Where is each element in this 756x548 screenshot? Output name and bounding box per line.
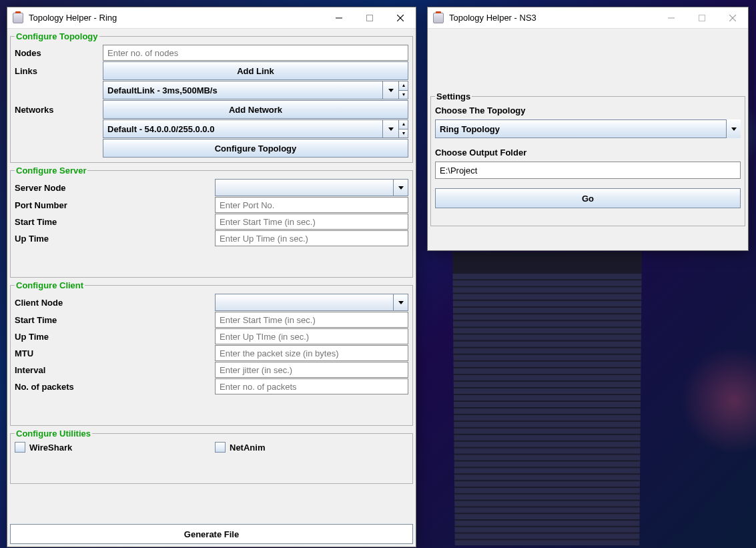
server-node-combo[interactable] bbox=[215, 179, 408, 196]
client-node-dropdown-button[interactable] bbox=[394, 294, 408, 311]
label-interval: Interval bbox=[15, 365, 215, 375]
link-selector[interactable]: DefaultLink - 3ms,500MB/s ▴▾ bbox=[103, 81, 408, 99]
titlebar-ns3[interactable]: Topology Helper - NS3 bbox=[428, 7, 748, 29]
network-dropdown-button[interactable] bbox=[383, 119, 399, 138]
minimize-button[interactable] bbox=[656, 8, 687, 28]
group-configure-topology: Configure Topology Nodes Links Add Link … bbox=[10, 31, 413, 163]
close-button[interactable] bbox=[385, 8, 416, 28]
client-up-input[interactable] bbox=[215, 328, 408, 344]
topology-select-wrap[interactable]: Ring Topology bbox=[435, 119, 741, 138]
group-configure-server: Configure Server Server Node Port Number… bbox=[10, 166, 413, 278]
topology-select[interactable]: Ring Topology bbox=[435, 119, 741, 138]
network-spinner-arrows[interactable]: ▴▾ bbox=[399, 119, 408, 138]
add-network-button[interactable]: Add Network bbox=[103, 100, 408, 119]
chevron-down-icon bbox=[388, 127, 394, 131]
configure-topology-button[interactable]: Configure Topology bbox=[103, 139, 408, 158]
label-server-node: Server Node bbox=[15, 183, 215, 193]
window-title: Topology Helper - NS3 bbox=[449, 13, 536, 23]
label-links: Links bbox=[15, 66, 103, 76]
label-mtu: MTU bbox=[15, 348, 215, 358]
legend-settings: Settings bbox=[435, 91, 472, 101]
window-title: Topology Helper - Ring bbox=[29, 13, 117, 23]
label-nodes: Nodes bbox=[15, 48, 103, 58]
link-selector-value: DefaultLink - 3ms,500MB/s bbox=[103, 81, 383, 99]
titlebar-ring[interactable]: Topology Helper - Ring bbox=[7, 7, 416, 29]
label-server-up: Up Time bbox=[15, 234, 215, 244]
maximize-button[interactable] bbox=[354, 8, 385, 28]
netanim-checkbox-row[interactable]: NetAnim bbox=[215, 442, 408, 453]
legend-client: Configure Client bbox=[15, 280, 85, 290]
client-start-input[interactable] bbox=[215, 312, 408, 328]
legend-server: Configure Server bbox=[15, 166, 87, 176]
label-server-start: Start Time bbox=[15, 217, 215, 227]
add-link-button[interactable]: Add Link bbox=[103, 61, 408, 80]
mtu-input[interactable] bbox=[215, 345, 408, 361]
link-dropdown-button[interactable] bbox=[383, 81, 399, 99]
port-input[interactable] bbox=[215, 197, 408, 213]
label-choose-topology: Choose The Topology bbox=[435, 105, 741, 115]
packets-input[interactable] bbox=[215, 378, 408, 394]
network-selector[interactable]: Default - 54.0.0.0/255.0.0.0 ▴▾ bbox=[103, 119, 408, 138]
minimize-button[interactable] bbox=[324, 8, 354, 28]
server-up-input[interactable] bbox=[215, 230, 408, 246]
output-folder-input[interactable] bbox=[435, 162, 741, 179]
label-choose-folder: Choose Output Folder bbox=[435, 148, 741, 158]
link-spinner-arrows[interactable]: ▴▾ bbox=[399, 81, 408, 99]
netanim-label: NetAnim bbox=[230, 443, 265, 453]
legend-utilities: Configure Utilities bbox=[15, 429, 92, 439]
label-packets: No. of packets bbox=[15, 382, 215, 392]
svg-rect-1 bbox=[367, 15, 373, 21]
group-settings: Settings Choose The Topology Ring Topolo… bbox=[430, 91, 745, 226]
close-button[interactable] bbox=[717, 8, 748, 28]
legend-topology: Configure Topology bbox=[15, 31, 99, 41]
label-client-node: Client Node bbox=[15, 298, 215, 308]
chevron-down-icon bbox=[398, 301, 404, 304]
window-ring: Topology Helper - Ring Configure Topolog… bbox=[7, 7, 416, 547]
wireshark-checkbox-row[interactable]: WireShark bbox=[15, 442, 215, 453]
group-configure-utilities: Configure Utilities WireShark NetAnim bbox=[10, 429, 413, 484]
label-client-start: Start Time bbox=[15, 315, 215, 325]
nodes-input[interactable] bbox=[103, 45, 408, 61]
label-client-up: Up Time bbox=[15, 332, 215, 342]
chevron-down-icon bbox=[398, 186, 404, 190]
group-configure-client: Configure Client Client Node Start Time … bbox=[10, 280, 413, 426]
chevron-down-icon bbox=[388, 89, 394, 92]
netanim-checkbox[interactable] bbox=[215, 442, 226, 453]
label-networks: Networks bbox=[15, 105, 103, 115]
client-node-combo[interactable] bbox=[215, 294, 408, 311]
go-button[interactable]: Go bbox=[435, 188, 741, 208]
server-start-input[interactable] bbox=[215, 214, 408, 230]
interval-input[interactable] bbox=[215, 362, 408, 378]
generate-file-button[interactable]: Generate File bbox=[10, 524, 413, 544]
network-selector-value: Default - 54.0.0.0/255.0.0.0 bbox=[103, 119, 383, 138]
java-app-icon bbox=[13, 13, 23, 23]
svg-rect-5 bbox=[699, 15, 705, 21]
window-ns3: Topology Helper - NS3 Settings Choose Th… bbox=[427, 7, 749, 251]
maximize-button[interactable] bbox=[687, 8, 717, 28]
server-node-dropdown-button[interactable] bbox=[394, 179, 408, 196]
java-app-icon bbox=[433, 13, 444, 23]
wireshark-label: WireShark bbox=[29, 443, 72, 453]
label-port: Port Number bbox=[15, 200, 215, 210]
wireshark-checkbox[interactable] bbox=[15, 442, 25, 453]
